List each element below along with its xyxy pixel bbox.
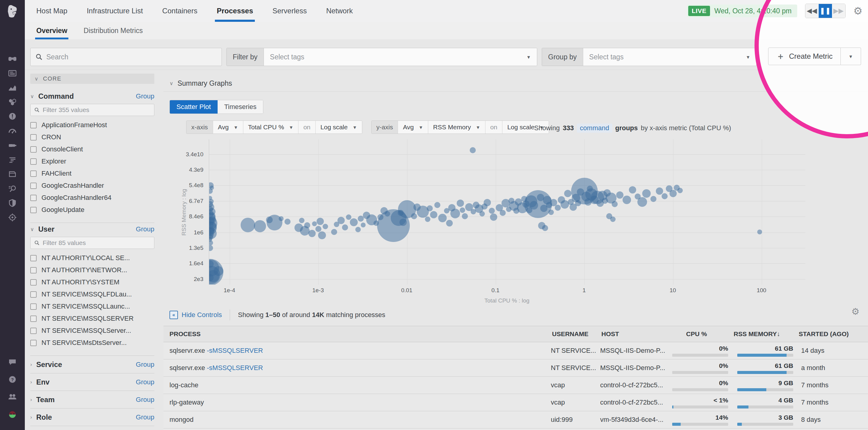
settings-gear-icon[interactable]: ⚙ (854, 6, 863, 16)
y-axis-metric-select[interactable]: RSS Memory▼ (428, 121, 486, 134)
col-header-rss[interactable]: RSS MEMORY↓ (733, 331, 798, 338)
scatter-bubble[interactable] (304, 222, 310, 228)
datadog-logo-icon[interactable] (5, 4, 20, 19)
nav-item-network[interactable]: Network (326, 0, 353, 22)
scatter-bubble[interactable] (479, 211, 485, 217)
scatter-bubble[interactable] (623, 196, 631, 204)
nav-item-host-map[interactable]: Host Map (36, 0, 67, 22)
tab-overview[interactable]: Overview (36, 22, 67, 39)
scatter-bubble[interactable] (284, 219, 290, 225)
scatter-bubble[interactable] (629, 186, 636, 194)
scatter-bubble[interactable] (612, 201, 618, 207)
events-icon[interactable] (7, 68, 18, 79)
search-input[interactable]: Search (30, 48, 222, 66)
facet-value-row[interactable]: NT SERVICE\MSSQLSERVER (30, 313, 154, 325)
x-axis-agg-select[interactable]: Avg▼ (213, 121, 243, 134)
table-row[interactable]: mongoduid:999vm-5f349d3d-6ce4-...14%3 GB… (163, 411, 868, 429)
fast-forward-button[interactable]: ▶▶ (832, 4, 845, 18)
facet-value-row[interactable]: FAHClient (30, 168, 154, 179)
scatter-bubble[interactable] (470, 147, 476, 153)
scatter-bubble[interactable] (490, 213, 497, 221)
scatter-bubble[interactable] (210, 185, 214, 190)
checkbox[interactable] (30, 340, 37, 346)
security-icon[interactable] (7, 198, 18, 208)
facet-section-header-service[interactable]: ›ServiceGroup (30, 356, 154, 373)
facet-value-row[interactable]: GoogleCrashHandler64 (30, 192, 154, 204)
scatter-bubble[interactable] (661, 193, 668, 199)
apm-icon[interactable] (7, 140, 18, 150)
checkbox[interactable] (30, 207, 37, 213)
scatter-bubble[interactable] (361, 223, 366, 227)
nav-item-processes[interactable]: Processes (217, 0, 253, 22)
scatter-bubble[interactable] (555, 205, 561, 211)
scatter-bubble[interactable] (642, 189, 651, 198)
checkbox[interactable] (30, 279, 37, 286)
group-link[interactable]: Group (136, 225, 154, 233)
group-link[interactable]: Group (136, 413, 154, 421)
toggle-timeseries[interactable]: Timeseries (218, 100, 263, 114)
col-header-username[interactable]: USERNAME (551, 331, 600, 338)
table-row[interactable]: sqlservr.exe -sMSSQLSERVERNT SERVICE...M… (163, 360, 868, 377)
scatter-bubble[interactable] (451, 209, 460, 218)
integrations-hex-icon[interactable] (7, 97, 18, 107)
checkbox[interactable] (30, 159, 37, 165)
checkbox[interactable] (30, 316, 37, 322)
facet-section-header-env[interactable]: ›EnvGroup (30, 373, 154, 391)
checkbox[interactable] (30, 134, 37, 141)
checkbox[interactable] (30, 291, 37, 298)
checkbox[interactable] (30, 195, 37, 201)
facet-section-header-team[interactable]: ›TeamGroup (30, 391, 154, 408)
scatter-bubble[interactable] (430, 211, 437, 218)
watchdog-icon[interactable] (7, 54, 18, 64)
facet-value-row[interactable]: NT AUTHORITY\NETWOR... (30, 264, 154, 276)
col-header-cpu[interactable]: CPU % (668, 331, 733, 338)
checkbox[interactable] (30, 255, 37, 261)
notebooks-icon[interactable] (7, 169, 18, 179)
nav-item-containers[interactable]: Containers (162, 0, 197, 22)
scatter-bubble[interactable] (318, 231, 326, 239)
chevron-down-icon[interactable]: ▼ (526, 55, 531, 60)
checkbox[interactable] (30, 122, 37, 128)
toggle-scatter-plot[interactable]: Scatter Plot (170, 100, 218, 114)
y-axis-agg-select[interactable]: Avg▼ (398, 121, 428, 134)
scatter-bubble[interactable] (542, 225, 548, 231)
table-row[interactable]: sqlservr.exe -sMSSQLSERVERNT SERVICE...M… (163, 342, 868, 360)
create-metric-dropdown-button[interactable]: ▼ (841, 48, 861, 65)
summary-graphs-header[interactable]: ∨ Summary Graphs (169, 79, 232, 87)
facet-value-row[interactable]: NT SERVICE\MSSQLFDLau... (30, 288, 154, 300)
create-metric-button[interactable]: ＋ Create Metric (768, 48, 841, 65)
checkbox[interactable] (30, 146, 37, 153)
command-tag[interactable]: command (577, 123, 612, 133)
facet-value-row[interactable]: ApplicationFrameHost (30, 119, 154, 131)
facet-value-row[interactable]: NT AUTHORITY\LOCAL SE... (30, 252, 154, 264)
process-arg-link[interactable]: -sMSSQLSERVER (207, 347, 263, 354)
scatter-bubble[interactable] (427, 205, 433, 211)
checkbox[interactable] (30, 328, 37, 334)
col-header-process[interactable]: PROCESS (163, 331, 551, 338)
scatter-bubble[interactable] (500, 210, 506, 216)
synthetics-icon[interactable] (7, 212, 18, 223)
scatter-bubble[interactable] (610, 217, 616, 222)
scatter-bubble[interactable] (484, 199, 491, 206)
col-header-host[interactable]: HOST (600, 331, 668, 338)
scatter-bubble[interactable] (254, 220, 266, 232)
scatter-bubble[interactable] (355, 227, 361, 232)
x-axis-metric-select[interactable]: Total CPU %▼ (243, 121, 299, 134)
pause-button[interactable]: ❚❚ (819, 4, 832, 18)
trace-search-icon[interactable] (7, 183, 18, 194)
scatter-bubble[interactable] (434, 202, 440, 208)
scatter-bubble[interactable] (312, 221, 317, 226)
scatter-bubble[interactable] (241, 218, 255, 232)
scatter-bubble[interactable] (346, 214, 351, 220)
checkbox[interactable] (30, 182, 37, 189)
table-settings-gear-icon[interactable]: ⚙ (851, 307, 860, 316)
group-link[interactable]: Group (136, 361, 154, 369)
live-time-chip[interactable]: LIVE Wed, Oct 28, 4:10:40 pm (687, 4, 797, 17)
table-row[interactable]: log-cachevcapcontrol-0-cf-272bc5...0%9 G… (163, 377, 868, 394)
checkbox[interactable] (30, 267, 37, 274)
facet-value-row[interactable]: NT SERVICE\MSSQLLaunc... (30, 300, 154, 313)
scatter-bubble[interactable] (411, 213, 417, 219)
checkbox[interactable] (30, 304, 37, 310)
facet-filter-input-user[interactable]: Filter 85 values (30, 237, 154, 249)
users-icon[interactable] (7, 392, 18, 402)
